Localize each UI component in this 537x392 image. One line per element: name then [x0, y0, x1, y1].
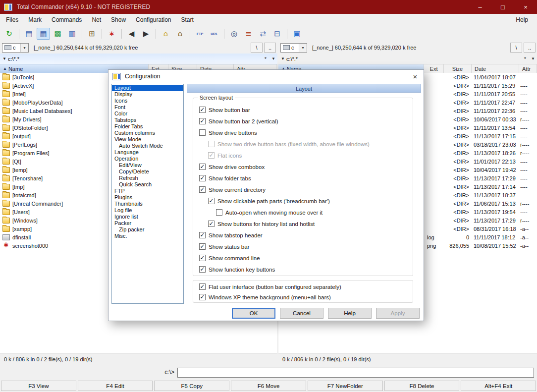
fkey-f3-view-button[interactable]: F3 View — [1, 381, 76, 391]
menu-mark[interactable]: Mark — [23, 14, 47, 26]
url-icon[interactable]: URL — [208, 28, 221, 40]
chevron-down-icon[interactable]: ▾ — [299, 44, 307, 52]
menu-show[interactable]: Show — [106, 14, 131, 26]
fkey-f8-delete-button[interactable]: F8 Delete — [384, 381, 460, 391]
dialog-close-icon[interactable]: × — [407, 70, 424, 83]
category-thumbnails[interactable]: Thumbnails — [112, 201, 183, 207]
checkbox-windows-xp-theme-background-menu-all-bars[interactable]: ✓Windows XP theme background (menu+all b… — [199, 292, 413, 302]
category-log-file[interactable]: Log file — [112, 207, 183, 214]
category-auto-switch-mode[interactable]: Auto Switch Mode — [112, 143, 183, 149]
category-tabstops[interactable]: Tabstops — [112, 117, 183, 123]
right-history-button[interactable]: ▼ — [529, 55, 537, 63]
checkbox-show-button-bar[interactable]: ✓Show button bar — [199, 104, 413, 115]
calculator-icon[interactable]: ▣ — [290, 28, 304, 40]
ftp-show-icon[interactable]: FTP — [193, 28, 207, 40]
forward-icon[interactable]: ▶ — [139, 28, 153, 40]
fkey-f6-move-button[interactable]: F6 Move — [231, 381, 306, 391]
right-path-bar[interactable]: ▼ c:\*.* * ▼ — [278, 54, 537, 64]
back-icon[interactable]: ◀ — [125, 28, 138, 40]
column-header-size[interactable]: Size — [444, 64, 472, 73]
help-button[interactable]: Help — [328, 308, 372, 319]
category-packer[interactable]: Packer — [112, 220, 183, 226]
thumbnails-view-icon[interactable]: ▩ — [51, 28, 64, 40]
ok-button[interactable]: OK — [232, 308, 275, 319]
checkbox-show-drive-combobox[interactable]: ✓Show drive combobox — [199, 161, 413, 172]
right-drive-combobox[interactable]: c ▾ — [280, 43, 307, 53]
category-font[interactable]: Font — [112, 104, 183, 111]
chevron-down-icon[interactable]: ▾ — [20, 44, 28, 52]
category-misc[interactable]: Misc. — [112, 233, 183, 239]
left-up-button[interactable]: .. — [264, 43, 276, 53]
menu-files[interactable]: Files — [1, 14, 23, 26]
close-icon[interactable]: × — [514, 0, 537, 14]
command-line-input[interactable] — [177, 368, 534, 378]
breadcrumb-dropdown-icon[interactable]: ▼ — [281, 56, 285, 61]
left-root-button[interactable]: \ — [251, 43, 263, 53]
fkey-alt-f4-exit-button[interactable]: Alt+F4 Exit — [461, 381, 536, 391]
checkbox-show-command-line[interactable]: ✓Show command line — [199, 252, 413, 264]
maximize-icon[interactable]: □ — [491, 0, 514, 14]
checkbox-show-drive-buttons[interactable]: Show drive buttons — [199, 127, 413, 138]
category-operation[interactable]: Operation — [112, 156, 183, 162]
full-view-icon[interactable]: ▦ — [37, 28, 50, 40]
checkbox-flat-user-interface-button-bar-configured-separately[interactable]: ✓Flat user interface (button bar configu… — [199, 281, 413, 292]
cancel-button[interactable]: Cancel — [280, 308, 323, 319]
fkey-f5-copy-button[interactable]: F5 Copy — [154, 381, 229, 391]
right-up-button[interactable]: .. — [524, 43, 536, 53]
minimize-icon[interactable]: – — [469, 0, 491, 14]
tree-view-icon[interactable]: ⊞ — [85, 28, 99, 40]
category-icons[interactable]: Icons — [112, 98, 183, 104]
category-ftp[interactable]: FTP — [112, 188, 183, 194]
right-root-button[interactable]: \ — [510, 43, 522, 53]
find-files-icon[interactable]: ◎ — [227, 28, 241, 40]
category-edit-view[interactable]: Edit/View — [112, 162, 183, 168]
checkbox-show-tabstop-header[interactable]: ✓Show tabstop header — [199, 229, 413, 241]
fkey-f4-edit-button[interactable]: F4 Edit — [78, 381, 153, 391]
category-plugins[interactable]: Plugins — [112, 194, 183, 201]
checkbox-show-current-directory[interactable]: ✓Show current directory — [199, 184, 413, 195]
column-header-attr[interactable]: Attr — [519, 64, 537, 73]
category-refresh[interactable]: Refresh — [112, 175, 183, 181]
category-ignore-list[interactable]: Ignore list — [112, 214, 183, 220]
quick-view-icon[interactable]: ▥ — [65, 28, 79, 40]
left-path-bar[interactable]: ▼ c:\*.* * ▼ — [0, 54, 277, 64]
menu-configuration[interactable]: Configuration — [131, 14, 176, 26]
category-quick-search[interactable]: Quick Search — [112, 181, 183, 188]
category-display[interactable]: Display — [112, 91, 183, 98]
ftp-disconnect-icon[interactable]: ⌂ — [173, 28, 187, 40]
category-folder-tabs[interactable]: Folder Tabs — [112, 123, 183, 130]
right-hotlist-star-button[interactable]: * — [521, 55, 529, 63]
left-history-button[interactable]: ▼ — [269, 55, 277, 63]
category-layout[interactable]: Layout — [112, 85, 183, 91]
left-drive-combobox[interactable]: c ▾ — [2, 43, 29, 53]
checkbox-show-folder-tabs[interactable]: ✓Show folder tabs — [199, 172, 413, 184]
menu-commands[interactable]: Commands — [47, 14, 87, 26]
custom-columns-icon[interactable]: ∗ — [105, 28, 118, 40]
dialog-titlebar[interactable]: Configuration × — [108, 70, 424, 83]
category-copy-delete[interactable]: Copy/Delete — [112, 168, 183, 175]
network-icon[interactable]: ⊟ — [270, 28, 284, 40]
compare-icon[interactable]: ≡ — [242, 28, 255, 40]
checkbox-show-function-key-buttons[interactable]: ✓Show function key buttons — [199, 264, 413, 275]
category-zip-packer[interactable]: Zip packer — [112, 226, 183, 233]
menu-help[interactable]: Help — [511, 14, 533, 26]
menu-start[interactable]: Start — [176, 14, 198, 26]
category-view-mode[interactable]: View Mode — [112, 136, 183, 143]
column-header-ext[interactable]: Ext — [424, 64, 444, 73]
brief-view-icon[interactable]: ▤ — [22, 28, 36, 40]
checkbox-auto-open-when-moving-mouse-over-it[interactable]: Auto-open when moving mouse over it — [216, 207, 413, 218]
ftp-connect-icon[interactable]: ⌂ — [159, 28, 172, 40]
breadcrumb-dropdown-icon[interactable]: ▼ — [2, 56, 6, 61]
checkbox-show-clickable-path-parts-breadcrumb-bar[interactable]: ✓Show clickable path parts ('breadcrumb … — [208, 195, 413, 207]
checkbox-show-buttons-for-history-list-and-hotlist[interactable]: ✓Show buttons for history list and hotli… — [208, 218, 413, 229]
left-hotlist-star-button[interactable]: * — [262, 55, 269, 63]
checkbox-show-button-bar-2-vertical[interactable]: ✓Show button bar 2 (vertical) — [199, 115, 413, 127]
checkbox-show-status-bar[interactable]: ✓Show status bar — [199, 241, 413, 252]
fkey-f7-newfolder-button[interactable]: F7 NewFolder — [308, 381, 383, 391]
category-custom-columns[interactable]: Custom columns — [112, 130, 183, 136]
column-header-date[interactable]: Date — [472, 64, 519, 73]
category-color[interactable]: Color — [112, 111, 183, 117]
sync-dirs-icon[interactable]: ⇄ — [256, 28, 269, 40]
category-language[interactable]: Language — [112, 149, 183, 156]
refresh-icon[interactable]: ↻ — [2, 28, 16, 40]
